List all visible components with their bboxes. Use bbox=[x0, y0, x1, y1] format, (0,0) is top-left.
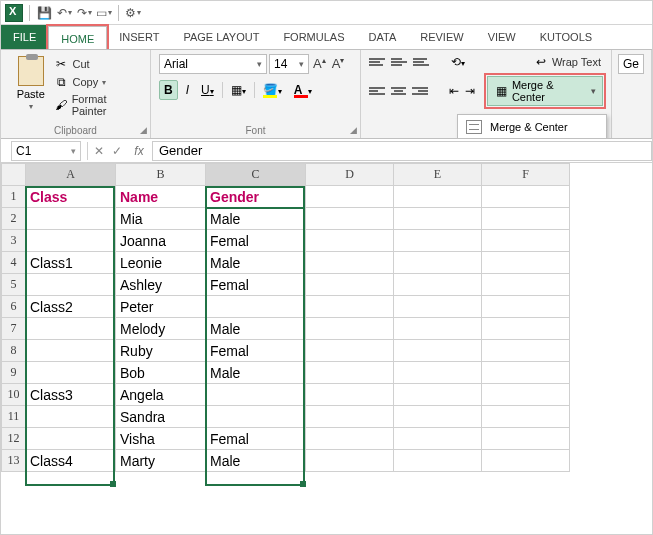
align-left-icon[interactable] bbox=[369, 87, 385, 95]
cell[interactable] bbox=[482, 384, 570, 406]
cell[interactable] bbox=[482, 296, 570, 318]
cell[interactable] bbox=[306, 230, 394, 252]
tab-view[interactable]: VIEW bbox=[476, 25, 528, 49]
cut-button[interactable]: ✂ Cut bbox=[52, 56, 142, 72]
cell[interactable]: Joanna bbox=[116, 230, 206, 252]
cell[interactable]: Male bbox=[206, 450, 306, 472]
cell[interactable]: Mia bbox=[116, 208, 206, 230]
cell[interactable] bbox=[394, 362, 482, 384]
row-header[interactable]: 5 bbox=[2, 274, 26, 296]
row-header[interactable]: 13 bbox=[2, 450, 26, 472]
cell[interactable]: Class3 bbox=[26, 384, 116, 406]
cell[interactable] bbox=[482, 230, 570, 252]
select-all-corner[interactable] bbox=[2, 164, 26, 186]
cell[interactable] bbox=[306, 406, 394, 428]
fill-handle[interactable] bbox=[300, 481, 306, 487]
cell[interactable] bbox=[394, 296, 482, 318]
cell[interactable] bbox=[26, 318, 116, 340]
cell[interactable] bbox=[26, 208, 116, 230]
cell[interactable] bbox=[26, 428, 116, 450]
cell[interactable]: Angela bbox=[116, 384, 206, 406]
cell[interactable] bbox=[394, 252, 482, 274]
increase-indent-icon[interactable]: ⇥ bbox=[465, 84, 475, 98]
cell[interactable]: Femal bbox=[206, 274, 306, 296]
font-color-button[interactable]: A▾ bbox=[290, 81, 316, 100]
cell[interactable] bbox=[394, 186, 482, 208]
cell[interactable]: Bob bbox=[116, 362, 206, 384]
cell[interactable]: Sandra bbox=[116, 406, 206, 428]
enter-icon[interactable]: ✓ bbox=[108, 144, 126, 158]
cell[interactable] bbox=[482, 274, 570, 296]
cell[interactable] bbox=[482, 362, 570, 384]
style-box[interactable]: Ge bbox=[618, 54, 644, 74]
dialog-launcher-icon[interactable]: ◢ bbox=[350, 125, 357, 135]
cell[interactable]: Femal bbox=[206, 428, 306, 450]
align-bottom-icon[interactable] bbox=[413, 58, 429, 66]
underline-button[interactable]: U▾ bbox=[197, 81, 218, 99]
cell[interactable]: Visha bbox=[116, 428, 206, 450]
cell[interactable] bbox=[394, 208, 482, 230]
row-header[interactable]: 10 bbox=[2, 384, 26, 406]
tab-insert[interactable]: INSERT bbox=[107, 25, 171, 49]
cell[interactable] bbox=[206, 296, 306, 318]
cell[interactable] bbox=[26, 362, 116, 384]
copy-button[interactable]: ⧉ Copy ▾ bbox=[52, 74, 142, 90]
cell[interactable] bbox=[482, 340, 570, 362]
cell[interactable] bbox=[482, 252, 570, 274]
orientation-icon[interactable]: ⟲▾ bbox=[451, 55, 465, 69]
cell[interactable]: Male bbox=[206, 252, 306, 274]
cell[interactable] bbox=[306, 362, 394, 384]
row-header[interactable]: 2 bbox=[2, 208, 26, 230]
col-header-E[interactable]: E bbox=[394, 164, 482, 186]
cell[interactable]: Class1 bbox=[26, 252, 116, 274]
font-size-selector[interactable]: 14 ▾ bbox=[269, 54, 309, 74]
cell[interactable] bbox=[482, 318, 570, 340]
cell[interactable] bbox=[306, 428, 394, 450]
fill-color-button[interactable]: 🪣▾ bbox=[259, 81, 286, 100]
customize-qat-icon[interactable]: ⚙ bbox=[125, 5, 141, 21]
cell[interactable] bbox=[306, 296, 394, 318]
fill-handle[interactable] bbox=[110, 481, 116, 487]
cell[interactable]: Ashley bbox=[116, 274, 206, 296]
cell[interactable] bbox=[394, 318, 482, 340]
format-painter-button[interactable]: 🖌 Format Painter bbox=[52, 92, 142, 118]
tab-data[interactable]: DATA bbox=[357, 25, 409, 49]
name-box[interactable]: C1 ▾ bbox=[11, 141, 81, 161]
bold-button[interactable]: B bbox=[159, 80, 178, 100]
row-header[interactable]: 6 bbox=[2, 296, 26, 318]
tab-kutools[interactable]: KUTOOLS bbox=[528, 25, 604, 49]
cell[interactable] bbox=[394, 384, 482, 406]
cell[interactable]: Class2 bbox=[26, 296, 116, 318]
cell[interactable]: Class bbox=[26, 186, 116, 208]
cell[interactable] bbox=[482, 208, 570, 230]
cell[interactable]: Male bbox=[206, 208, 306, 230]
cell[interactable] bbox=[394, 274, 482, 296]
cell[interactable] bbox=[26, 340, 116, 362]
borders-button[interactable]: ▦▾ bbox=[227, 81, 250, 99]
decrease-font-icon[interactable]: A▾ bbox=[330, 56, 347, 71]
col-header-C[interactable]: C bbox=[206, 164, 306, 186]
cell[interactable] bbox=[206, 406, 306, 428]
cell[interactable] bbox=[306, 208, 394, 230]
row-header[interactable]: 4 bbox=[2, 252, 26, 274]
cell[interactable] bbox=[26, 230, 116, 252]
cell[interactable] bbox=[306, 318, 394, 340]
menu-merge-center[interactable]: Merge & Center bbox=[458, 115, 606, 139]
cell[interactable]: Ruby bbox=[116, 340, 206, 362]
row-header[interactable]: 7 bbox=[2, 318, 26, 340]
cell[interactable] bbox=[482, 450, 570, 472]
cell[interactable] bbox=[306, 340, 394, 362]
fx-icon[interactable]: fx bbox=[126, 144, 152, 158]
row-header[interactable]: 11 bbox=[2, 406, 26, 428]
cell[interactable]: Name bbox=[116, 186, 206, 208]
cell[interactable] bbox=[26, 274, 116, 296]
align-top-icon[interactable] bbox=[369, 58, 385, 66]
cell[interactable] bbox=[306, 450, 394, 472]
col-header-A[interactable]: A bbox=[26, 164, 116, 186]
tab-formulas[interactable]: FORMULAS bbox=[271, 25, 356, 49]
wrap-text-button[interactable]: ↩ Wrap Text bbox=[532, 54, 603, 70]
cell[interactable]: Peter bbox=[116, 296, 206, 318]
align-middle-icon[interactable] bbox=[391, 58, 407, 66]
cell[interactable]: Male bbox=[206, 362, 306, 384]
cell[interactable]: Femal bbox=[206, 230, 306, 252]
